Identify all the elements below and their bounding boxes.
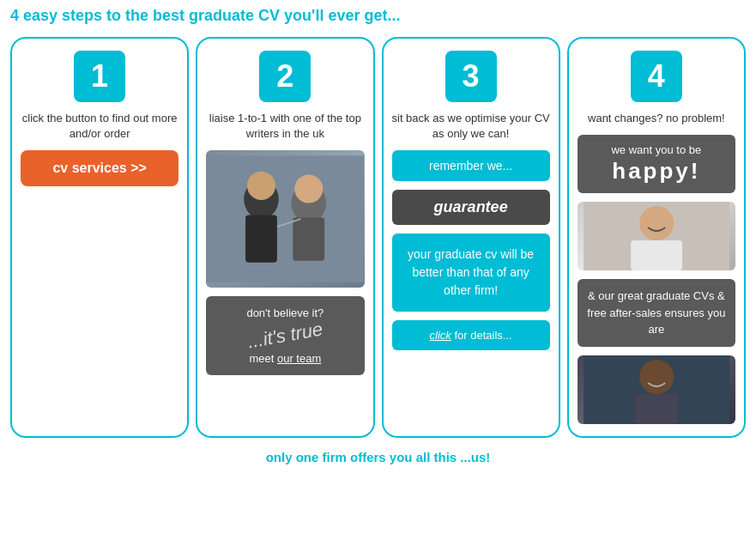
- footer-text: only one firm offers you all this ...us!: [7, 450, 749, 464]
- column-2: 2 liaise 1-to-1 with one of the top writ…: [196, 37, 374, 438]
- page-header: 4 easy steps to the best graduate CV you…: [7, 7, 749, 25]
- svg-rect-0: [206, 156, 364, 282]
- people-image: [206, 150, 364, 288]
- step-4-description: want changes? no problem!: [588, 111, 725, 126]
- smiling-woman-image: [578, 202, 735, 270]
- body-text-box: your graduate cv will be better than tha…: [392, 234, 550, 312]
- dont-believe-text: don't believe it?: [215, 306, 355, 319]
- for-details-text: for details...: [454, 329, 511, 342]
- column-1: 1 click the button to find out more and/…: [10, 37, 189, 438]
- remember-box: remember we...: [392, 150, 550, 181]
- our-team-link[interactable]: our team: [277, 352, 321, 365]
- step-4-number: 4: [631, 51, 682, 102]
- guarantee-box: guarantee: [392, 190, 550, 225]
- svg-rect-6: [293, 218, 325, 262]
- happy-small-text: we want you to be: [586, 143, 727, 156]
- dont-believe-box: don't believe it? ...it's true meet our …: [206, 296, 364, 375]
- step-1-description: click the button to find out more and/or…: [21, 111, 178, 142]
- step-2-number: 2: [259, 51, 311, 102]
- happy-box: we want you to be happy!: [578, 135, 735, 193]
- svg-rect-3: [245, 215, 277, 263]
- cv-services-button[interactable]: cv services >>: [21, 150, 178, 186]
- click-box: click for details...: [392, 320, 550, 350]
- column-4: 4 want changes? no problem! we want you …: [567, 37, 746, 438]
- its-true-text: ...it's true: [246, 318, 325, 354]
- svg-point-5: [294, 175, 323, 203]
- step-1-number: 1: [74, 51, 125, 102]
- happy-big-text: happy!: [586, 158, 727, 185]
- columns-wrapper: 1 click the button to find out more and/…: [7, 33, 749, 441]
- man-svg: [578, 355, 735, 424]
- woman-svg: [578, 202, 735, 270]
- meet-team-text: meet our team: [215, 352, 355, 365]
- svg-point-9: [639, 206, 674, 240]
- smiling-man-image: [578, 355, 735, 424]
- column-3: 3 sit back as we optimise your CV as onl…: [382, 37, 560, 438]
- step-2-description: liaise 1-to-1 with one of the top writer…: [206, 111, 364, 142]
- step-3-description: sit back as we optimise your CV as only …: [392, 111, 550, 142]
- guarantee-text-box: & our great graduate CVs & free after-sa…: [578, 279, 735, 347]
- svg-point-2: [247, 172, 275, 200]
- step-3-number: 3: [445, 51, 497, 102]
- click-link[interactable]: click: [430, 329, 451, 342]
- svg-point-12: [639, 360, 674, 394]
- svg-rect-13: [635, 394, 678, 424]
- people-svg: [206, 150, 364, 288]
- svg-rect-10: [631, 240, 682, 270]
